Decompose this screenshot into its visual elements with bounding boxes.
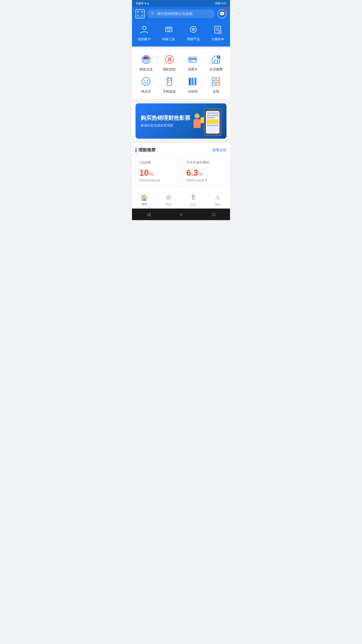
creditcard-icon [187,54,198,65]
banner-phone [204,108,221,136]
product-rate-unit-0: % [149,172,153,177]
banner-text: 购买热销理财抢影票 邀请好友完成首笔理财 [141,114,190,128]
network-status: 无服务 ♥ ψ [135,2,149,5]
mine-icon [215,195,220,202]
menu-section: 财富总览 贷 我的贷款 信用卡 [132,49,230,99]
menu-item-all[interactable]: 全部 [204,76,228,94]
svg-rect-30 [194,78,194,85]
withdrawal-icon [164,76,175,87]
finance-nav-icon [166,195,171,202]
banner-subtitle: 邀请好友完成首笔理财 [141,123,190,128]
banner-title: 购买热销理财抢影票 [141,114,190,122]
svg-point-10 [167,28,170,31]
nav-item-finance[interactable]: 理财产品 [187,24,200,42]
menu-label-joy: 快乐宝 [141,89,151,94]
svg-point-24 [144,80,145,81]
time-display: 傍晚 6:01 [215,2,227,5]
life-icon [191,195,196,202]
bottom-nav-finance[interactable]: 理财 [161,195,176,207]
bottom-nav-mine[interactable]: 我的 [210,195,225,207]
bottom-nav-home[interactable]: 🏠 首页 [137,195,152,207]
scan-button[interactable] [135,9,145,18]
svg-rect-3 [142,11,143,13]
account-icon [139,24,150,35]
divider-1 [132,47,230,49]
svg-point-23 [142,77,150,86]
svg-rect-21 [190,61,192,61]
search-bar[interactable]: 🔍 银行热销理财正在抢购 [147,10,215,18]
loan-icon: 贷 [164,54,175,65]
svg-rect-35 [217,82,220,85]
svg-rect-34 [212,82,215,85]
search-icon: 🔍 [151,12,155,16]
svg-rect-5 [138,16,139,16]
top-nav: 我的账户 转账汇款 理财产品 [132,21,230,47]
svg-rect-33 [217,78,220,81]
message-button[interactable]: 💬 [217,9,227,18]
menu-item-paycode[interactable]: 付款码 [181,76,204,94]
nav-label-account: 我的账户 [138,37,151,42]
product-rate-unit-1: % [199,172,203,177]
menu-label-withdrawal: 手机取款 [163,89,176,94]
recent-button[interactable]: □ [212,212,215,217]
svg-rect-32 [212,78,215,81]
android-nav: ◁ ○ □ [132,209,230,220]
svg-rect-28 [189,78,191,85]
svg-rect-7 [141,16,143,16]
menu-item-bills[interactable]: 生活缴费 [204,54,228,72]
recommend-title: 理财推荐 [139,147,156,153]
menu-label-all: 全部 [213,89,219,94]
svg-point-8 [143,26,146,30]
divider-2 [132,99,230,101]
banner-figure [190,113,204,135]
svg-rect-27 [168,79,171,81]
section-accent [135,148,137,153]
menu-item-wealth[interactable]: 财富总览 [134,54,158,72]
menu-item-creditcard[interactable]: 信用卡 [181,54,204,72]
product-rate-1: 6.3 [186,168,198,177]
paycode-icon [187,76,198,87]
menu-label-creditcard: 信用卡 [188,67,198,72]
menu-grid: 财富总览 贷 我的贷款 信用卡 [134,54,228,94]
transfer-icon [163,24,174,35]
bottom-label-home: 首页 [142,202,147,206]
message-badge [224,9,227,12]
svg-point-25 [147,80,148,81]
svg-point-41 [217,196,219,198]
nav-label-finance: 理财产品 [187,37,200,42]
product-card-0[interactable]: 1元起购 10 % 预期年化收益率 [135,156,179,187]
product-card-1[interactable]: 天天开放式测试 6.3 % 预期年化收益率 [183,156,227,187]
promo-banner[interactable]: 购买热销理财抢影票 邀请好友完成首笔理财 [135,103,227,139]
view-all-button[interactable]: 查看全部 [212,148,227,152]
svg-point-38 [168,197,169,198]
status-right: 傍晚 6:01 [215,2,227,5]
nav-item-account[interactable]: 我的账户 [138,24,151,42]
bottom-label-finance: 理财 [166,203,171,207]
menu-label-wealth: 财富总览 [140,67,153,72]
home-button[interactable]: ○ [180,212,183,217]
bottom-nav-life[interactable]: 生活 [186,195,201,207]
svg-rect-31 [195,78,196,85]
svg-rect-9 [165,27,172,32]
nav-item-transfer[interactable]: 转账汇款 [162,24,175,42]
menu-item-loan[interactable]: 贷 我的贷款 [158,54,181,72]
app-header: 🔍 银行热销理财正在抢购 💬 [132,7,230,21]
status-bar: 无服务 ♥ ψ 傍晚 6:01 [132,0,230,7]
recommend-header: 理财推荐 查看全部 [132,143,230,156]
section-title-recommend: 理财推荐 [135,147,156,153]
product-rate-0: 10 [139,168,149,177]
message-icon: 💬 [219,11,225,17]
svg-rect-29 [192,78,193,85]
finance-icon [188,24,199,35]
svg-rect-40 [192,196,194,199]
product-desc-0: 预期年化收益率 [139,178,176,183]
bottom-nav: 🏠 首页 理财 生活 我的 [132,192,230,209]
product-subtitle-1: 天天开放式测试 [186,160,223,165]
back-button[interactable]: ◁ [147,212,150,217]
menu-item-joy[interactable]: 快乐宝 [134,76,158,94]
bottom-label-life: 生活 [191,203,196,207]
deposit-icon [212,24,223,35]
nav-label-deposit: 大额存单 [211,37,224,42]
nav-item-deposit[interactable]: 大额存单 [211,24,224,42]
menu-item-withdrawal[interactable]: 手机取款 [158,76,181,94]
